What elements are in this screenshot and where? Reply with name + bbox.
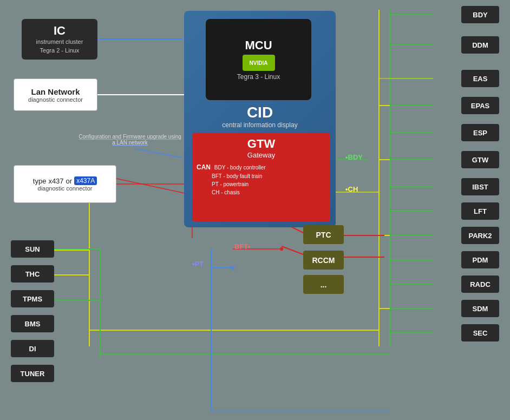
can-section: CAN BDY - body controller BFT - body fau… xyxy=(197,162,326,196)
right-box-park2: PARK2 xyxy=(461,227,499,244)
nvidia-logo: NVIDIA xyxy=(243,55,275,71)
right-box-bdy: BDY xyxy=(461,6,499,23)
left-box-bms: BMS xyxy=(11,315,54,332)
right-box-ibst: IBST xyxy=(461,178,499,195)
ch-float-label: •CH xyxy=(345,185,358,193)
left-box-di: DI xyxy=(11,340,54,357)
rccm-label: RCCM xyxy=(312,256,335,265)
left-box-tuner: TUNER xyxy=(11,365,54,382)
bdy-float-label: •BDY xyxy=(345,153,363,161)
cid-sub: central information display xyxy=(184,121,336,129)
cid-label: CID central information display xyxy=(184,104,336,129)
or-label: or xyxy=(66,177,73,185)
right-box-pdm: PDM xyxy=(461,251,499,268)
ptc-label: PTC xyxy=(316,231,331,239)
mcu-title: MCU xyxy=(245,38,272,52)
ic-title: IC xyxy=(54,24,66,38)
left-box-tpms: TPMS xyxy=(11,290,54,307)
diagram: IC instrument cluster Tegra 2 - Linux La… xyxy=(0,0,510,420)
right-box-sec: SEC xyxy=(461,324,499,342)
lan-sub: diagnostic connector xyxy=(28,96,83,103)
rccm-box: RCCM xyxy=(303,251,344,270)
ptc-box: PTC xyxy=(303,225,344,244)
can-line-1: BDY - body controller xyxy=(214,165,266,170)
right-box-gtw: GTW xyxy=(461,151,499,168)
left-box-sun: SUN xyxy=(11,240,54,258)
can-line-3: PT - powertrain xyxy=(212,181,249,187)
right-box-eas: EAS xyxy=(461,70,499,87)
right-box-ddm: DDM xyxy=(461,36,499,54)
x437-value: x437 xyxy=(48,177,63,185)
ic-subtitle: instrument cluster Tegra 2 - Linux xyxy=(36,38,83,55)
type-label: type xyxy=(33,177,47,185)
right-box-sdm: SDM xyxy=(461,300,499,317)
right-box-lft: LFT xyxy=(461,202,499,220)
can-label: CAN xyxy=(197,162,211,172)
svg-line-45 xyxy=(282,246,303,254)
svg-point-47 xyxy=(280,247,283,251)
right-box-epas: EPAS xyxy=(461,97,499,114)
lan-title: Lan Network xyxy=(31,87,80,96)
gtw-box: GTW Gateway CAN BDY - body controller BF… xyxy=(192,133,330,222)
diag-sub: diagnostic connector xyxy=(38,185,93,192)
cid-title: CID xyxy=(184,104,336,121)
pt-float-label: •PT xyxy=(192,260,204,268)
x437a-value: x437A xyxy=(74,176,97,185)
mcu-sub: Tegra 3 - Linux xyxy=(237,73,280,81)
diag-box: type x437 or x437A diagnostic connector xyxy=(14,165,116,203)
left-box-thc: THC xyxy=(11,265,54,283)
bft-float-label: BFT• xyxy=(234,242,251,251)
svg-line-48 xyxy=(116,179,192,195)
lan-box: Lan Network diagnostic connector xyxy=(14,78,97,111)
config-text: Configuration and Firmware upgrade using… xyxy=(79,134,181,146)
mcu-box: MCU NVIDIA Tegra 3 - Linux xyxy=(206,19,311,100)
can-line-4: CH - chasis xyxy=(212,189,240,195)
gtw-sub: Gateway xyxy=(197,151,326,159)
gtw-title: GTW xyxy=(197,137,326,151)
type-row: type x437 or x437A xyxy=(33,176,97,185)
right-box-esp: ESP xyxy=(461,124,499,141)
svg-point-35 xyxy=(231,266,234,270)
misc-box: ... xyxy=(303,275,344,294)
ic-box: IC instrument cluster Tegra 2 - Linux xyxy=(22,19,97,60)
can-line-2: BFT - body fault train xyxy=(212,173,262,179)
right-box-radc: RADC xyxy=(461,275,499,293)
misc-label: ... xyxy=(321,280,327,289)
